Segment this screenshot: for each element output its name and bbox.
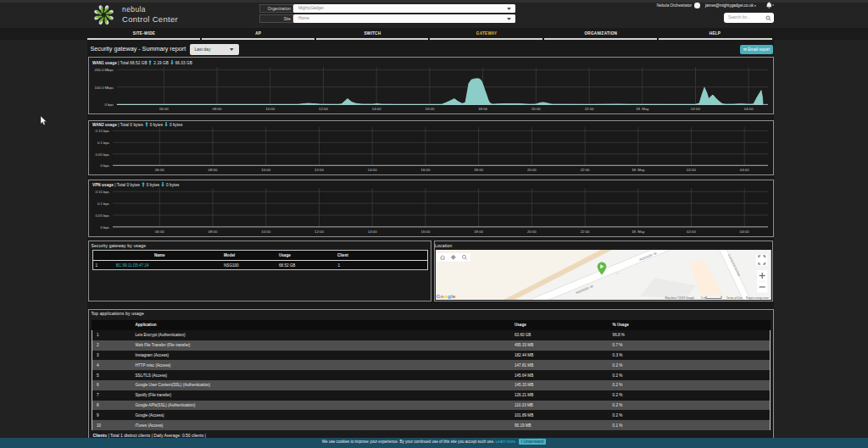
svg-text:e: e [453,293,456,299]
svg-text:100.0 Mbps: 100.0 Mbps [95,86,114,90]
svg-text:Report a map error: Report a map error [746,296,770,300]
svg-text:02:00: 02:00 [691,107,700,111]
svg-text:16:00: 16:00 [426,107,435,111]
svg-text:22:00: 22:00 [585,107,594,111]
svg-text:12:00: 12:00 [319,107,328,111]
svg-text:5 m: 5 m [701,296,706,300]
svg-text:06:00: 06:00 [159,107,169,111]
svg-text:Map data ©2019 Google: Map data ©2019 Google [665,296,695,300]
svg-text:0 bps: 0 bps [104,102,114,107]
svg-text:04:00: 04:00 [744,107,754,111]
svg-text:18:00: 18:00 [478,107,487,111]
svg-text:14:00: 14:00 [372,107,381,111]
svg-text:200.0 Mbps: 200.0 Mbps [95,68,114,72]
svg-text:20:00: 20:00 [531,107,541,111]
svg-text:G: G [437,293,441,299]
svg-text:08:00: 08:00 [213,107,222,111]
svg-text:Terms of Use: Terms of Use [726,296,743,300]
svg-text:18. May: 18. May [636,107,649,111]
svg-text:10:00: 10:00 [265,107,275,111]
